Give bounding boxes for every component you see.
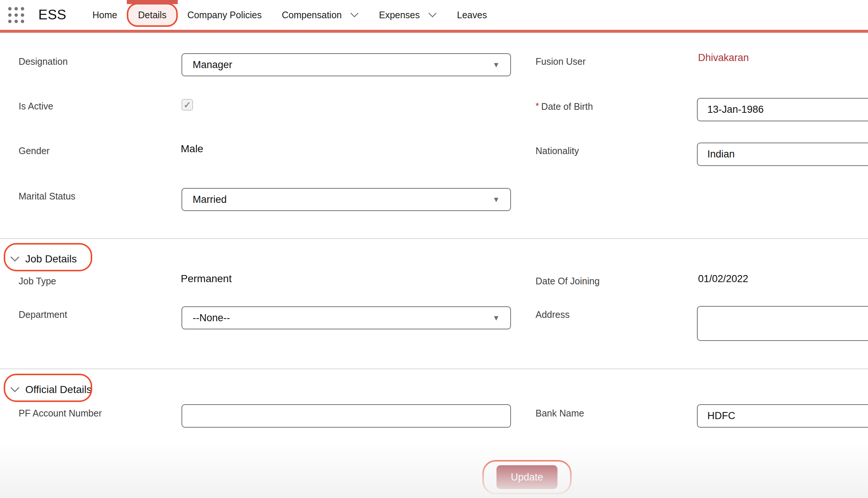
check-icon: ✓ <box>183 100 191 110</box>
official-details-section-toggle[interactable]: Official Details <box>10 379 91 401</box>
designation-select[interactable]: Manager ▼ <box>181 53 511 76</box>
date-of-birth-label: *Date of Birth <box>536 101 593 112</box>
nav-item-label: Expenses <box>379 10 420 20</box>
section-divider <box>0 368 868 369</box>
department-select[interactable]: --None-- ▼ <box>181 306 511 329</box>
app-launcher-grid-icon[interactable] <box>8 7 24 23</box>
chevron-down-icon <box>10 256 20 262</box>
required-asterisk: * <box>536 101 539 111</box>
update-button[interactable]: Update <box>496 465 557 489</box>
fusion-user-label: Fusion User <box>536 56 586 67</box>
chevron-down-icon <box>350 12 359 17</box>
top-navbar: ESS Home Details Company Policies Compen… <box>0 0 868 33</box>
main-menu: Home Details Company Policies Compensati… <box>93 3 507 27</box>
job-type-value: Permanent <box>181 273 232 285</box>
pf-account-number-input[interactable] <box>181 404 511 428</box>
dropdown-arrow-icon: ▼ <box>492 314 500 322</box>
section-divider <box>0 238 868 239</box>
job-type-label: Job Type <box>19 276 56 287</box>
chevron-down-icon <box>428 12 437 17</box>
address-label: Address <box>536 309 570 320</box>
department-label: Department <box>19 309 67 320</box>
bank-name-input[interactable] <box>697 404 868 428</box>
is-active-checkbox[interactable]: ✓ <box>181 99 193 111</box>
gender-label: Gender <box>19 146 49 156</box>
bank-name-label: Bank Name <box>536 408 584 419</box>
dropdown-arrow-icon: ▼ <box>492 61 500 69</box>
designation-label: Designation <box>19 56 68 67</box>
section-title: Official Details <box>25 384 91 396</box>
nationality-label: Nationality <box>536 146 579 156</box>
nav-item-label: Details <box>138 10 166 20</box>
update-button-area: Update <box>482 460 572 494</box>
pf-account-number-label: PF Account Number <box>19 408 102 419</box>
chevron-down-icon <box>10 386 20 393</box>
designation-value: Manager <box>193 59 232 71</box>
dropdown-arrow-icon: ▼ <box>492 195 500 204</box>
section-title: Job Details <box>25 253 77 265</box>
marital-status-value: Married <box>193 194 227 205</box>
nav-item-label: Compensation <box>282 10 342 20</box>
marital-status-select[interactable]: Married ▼ <box>181 188 511 211</box>
nav-item-label: Company Policies <box>187 10 262 20</box>
date-of-joining-label: Date Of Joining <box>536 276 599 287</box>
address-textarea[interactable] <box>697 306 868 341</box>
nav-item-compensation[interactable]: Compensation <box>282 3 359 27</box>
is-active-label: Is Active <box>19 101 53 112</box>
nav-item-label: Leaves <box>457 10 487 20</box>
date-of-joining-value: 01/02/2022 <box>698 273 748 285</box>
job-details-section-toggle[interactable]: Job Details <box>10 248 77 270</box>
nationality-input[interactable] <box>697 143 868 166</box>
nav-item-expenses[interactable]: Expenses <box>379 3 437 27</box>
details-form: Designation Manager ▼ Fusion User Dhivak… <box>0 36 868 498</box>
active-tab-indicator <box>127 0 177 4</box>
nav-item-leaves[interactable]: Leaves <box>457 3 487 27</box>
nav-item-company-policies[interactable]: Company Policies <box>187 3 262 27</box>
fusion-user-value: Dhivakaran <box>698 52 749 64</box>
ess-details-page: ESS Home Details Company Policies Compen… <box>0 0 868 498</box>
marital-status-label: Marital Status <box>19 191 75 202</box>
date-of-birth-input[interactable] <box>697 98 868 121</box>
department-value: --None-- <box>193 312 230 324</box>
nav-item-home[interactable]: Home <box>93 3 118 27</box>
nav-item-details[interactable]: Details <box>127 3 177 27</box>
gender-value: Male <box>181 143 203 155</box>
bottom-gradient <box>0 442 868 498</box>
nav-item-label: Home <box>93 10 118 20</box>
app-title: ESS <box>38 7 67 23</box>
